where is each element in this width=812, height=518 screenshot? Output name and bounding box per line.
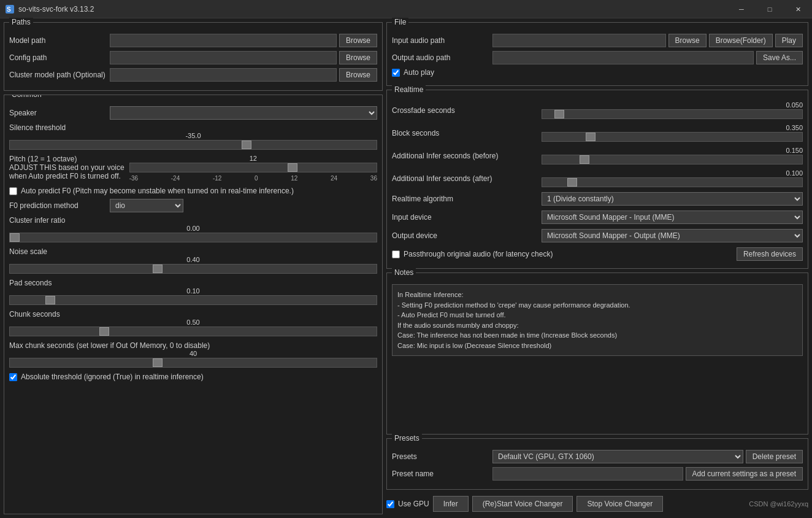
pitch-scale-n36: -36 <box>129 175 138 182</box>
preset-name-input[interactable] <box>492 467 683 481</box>
f0-method-row: F0 prediction method dio crepe harvest p… <box>9 199 377 212</box>
cluster-path-row: Cluster model path (Optional) Browse <box>9 68 377 82</box>
additional-after-slider[interactable] <box>542 177 803 187</box>
paths-content: Model path Browse Config path Browse Clu… <box>9 34 377 82</box>
pitch-label: Pitch (12 = 1 octave) <box>9 155 124 163</box>
minimize-button[interactable]: ─ <box>727 0 756 18</box>
cluster-path-input[interactable] <box>110 68 337 82</box>
presets-select[interactable]: Default VC (GPU, GTX 1060) <box>492 450 743 463</box>
input-device-row: Input device Microsoft Sound Mapper - In… <box>392 211 803 224</box>
input-audio-input[interactable] <box>492 34 666 47</box>
additional-before-value: 0.150 <box>542 147 803 154</box>
add-preset-button[interactable]: Add current settings as a preset <box>686 467 803 481</box>
output-audio-input[interactable] <box>492 51 754 64</box>
config-path-row: Config path Browse <box>9 51 377 64</box>
cluster-infer-label: Cluster infer ratio <box>9 216 377 225</box>
config-path-input[interactable] <box>110 51 337 64</box>
max-chunk-slider[interactable] <box>9 358 377 368</box>
f0-method-select[interactable]: dio crepe harvest pm <box>110 199 183 212</box>
pitch-scale-36: 36 <box>370 175 377 182</box>
presets-group: Presets Presets Default VC (GPU, GTX 106… <box>386 438 808 490</box>
model-path-row: Model path Browse <box>9 34 377 47</box>
pitch-scale-12: 12 <box>291 175 297 182</box>
input-audio-label: Input audio path <box>392 36 490 45</box>
speaker-select[interactable] <box>110 106 377 120</box>
presets-group-title: Presets <box>392 434 422 443</box>
silence-value: -35.0 <box>9 132 377 139</box>
silence-header: Silence threshold <box>9 123 377 132</box>
pad-seconds-label: Pad seconds <box>9 279 377 287</box>
f0-method-label: F0 prediction method <box>9 201 107 210</box>
crossfade-slider[interactable] <box>542 109 803 119</box>
pitch-scale-n12: -12 <box>213 175 221 182</box>
additional-after-row: Additional Infer seconds (after) 0.100 <box>392 169 803 187</box>
paths-group-title: Paths <box>9 18 33 26</box>
pitch-slider[interactable] <box>129 163 377 172</box>
common-group: Common Speaker Silence threshold -35.0 <box>4 95 383 514</box>
output-audio-save-button[interactable]: Save As... <box>756 51 803 64</box>
output-device-label: Output device <box>392 231 539 240</box>
realtime-group-title: Realtime <box>392 85 426 94</box>
pitch-scale-0: 0 <box>255 175 258 182</box>
use-gpu-checkbox[interactable] <box>386 500 394 508</box>
input-audio-browse-button[interactable]: Browse <box>668 34 707 47</box>
additional-before-slider-container: 0.150 <box>542 147 803 164</box>
crossfade-value: 0.050 <box>542 101 803 109</box>
model-path-input[interactable] <box>110 34 337 47</box>
delete-preset-button[interactable]: Delete preset <box>746 450 803 463</box>
bottom-left: Use GPU Infer (Re)Start Voice Changer St… <box>386 496 663 512</box>
chunk-seconds-value: 0.50 <box>9 319 377 326</box>
input-audio-play-button[interactable]: Play <box>775 34 803 47</box>
notes-group-title: Notes <box>392 268 416 277</box>
passthrough-checkbox[interactable] <box>392 250 400 258</box>
infer-button[interactable]: Infer <box>433 496 469 512</box>
block-slider-container: 0.350 <box>542 124 803 142</box>
absolute-threshold-checkbox[interactable] <box>9 373 17 381</box>
pitch-sublabel1: ADJUST THIS based on your voice <box>9 163 124 172</box>
max-chunk-label: Max chunk seconds (set lower if Out Of M… <box>9 341 377 350</box>
pad-seconds-value: 0.10 <box>9 287 377 295</box>
passthrough-label: Passthrough original audio (for latency … <box>404 250 553 258</box>
silence-label: Silence threshold <box>9 123 66 132</box>
input-audio-browse-folder-button[interactable]: Browse(Folder) <box>709 34 773 47</box>
crossfade-label: Crossfade seconds <box>392 106 539 115</box>
auto-predict-checkbox[interactable] <box>9 187 17 195</box>
input-device-select[interactable]: Microsoft Sound Mapper - Input (MME) <box>542 211 803 224</box>
use-gpu-row: Use GPU <box>386 500 429 508</box>
output-device-row: Output device Microsoft Sound Mapper - O… <box>392 229 803 242</box>
restart-voice-changer-button[interactable]: (Re)Start Voice Changer <box>472 496 573 512</box>
additional-before-label: Additional Infer seconds (before) <box>392 152 539 160</box>
silence-slider[interactable] <box>9 140 377 150</box>
notes-line4: If the audio sounds mumbly and choppy: <box>397 320 797 331</box>
pitch-slider-container: 12 -36 -24 -12 0 12 24 36 <box>129 155 377 182</box>
config-path-browse-button[interactable]: Browse <box>339 51 377 64</box>
input-device-label: Input device <box>392 213 539 222</box>
app-icon: S <box>5 4 15 14</box>
pitch-row: Pitch (12 = 1 octave) ADJUST THIS based … <box>9 155 377 182</box>
algorithm-select[interactable]: 1 (Divide constantly) 2 (Divide by silen… <box>542 192 803 206</box>
paths-group: Paths Model path Browse Config path Brow… <box>4 22 383 91</box>
close-button[interactable]: ✕ <box>784 0 812 18</box>
noise-scale-label: Noise scale <box>9 247 377 256</box>
refresh-devices-button[interactable]: Refresh devices <box>737 247 803 261</box>
additional-before-row: Additional Infer seconds (before) 0.150 <box>392 147 803 164</box>
window-controls: ─ □ ✕ <box>727 0 812 18</box>
block-seconds-label: Block seconds <box>392 129 539 137</box>
chunk-seconds-slider[interactable] <box>9 327 377 336</box>
noise-scale-slider[interactable] <box>9 264 377 274</box>
pad-seconds-slider[interactable] <box>9 295 377 305</box>
model-path-browse-button[interactable]: Browse <box>339 34 377 47</box>
right-panel: File Input audio path Browse Browse(Fold… <box>386 22 808 514</box>
cluster-infer-slider[interactable] <box>9 233 377 242</box>
auto-predict-label: Auto predict F0 (Pitch may become unstab… <box>21 187 294 195</box>
stop-voice-changer-button[interactable]: Stop Voice Changer <box>576 496 663 512</box>
output-device-select[interactable]: Microsoft Sound Mapper - Output (MME) <box>542 229 803 242</box>
svg-text:S: S <box>7 6 11 13</box>
pitch-scale: -36 -24 -12 0 12 24 36 <box>129 175 377 182</box>
output-audio-row: Output audio path Save As... <box>392 51 803 64</box>
cluster-path-browse-button[interactable]: Browse <box>339 68 377 82</box>
auto-play-checkbox[interactable] <box>392 69 400 77</box>
block-seconds-slider[interactable] <box>542 132 803 142</box>
maximize-button[interactable]: □ <box>756 0 784 18</box>
additional-before-slider[interactable] <box>542 155 803 164</box>
